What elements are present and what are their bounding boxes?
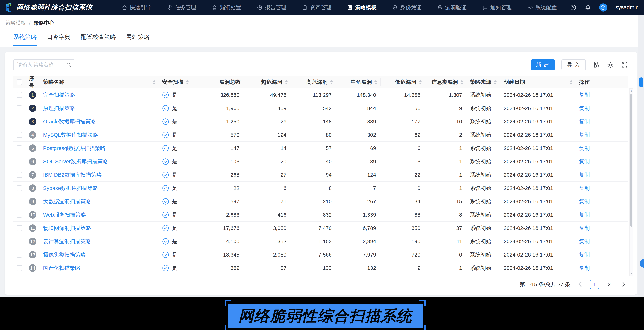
table-row[interactable]: 5 Postgresql数据库扫描策略 是 147 14 57 69 6 1 系… [13, 142, 628, 155]
copy-action-link[interactable]: 复制 [579, 251, 590, 258]
sort-icon[interactable] [285, 80, 288, 84]
col-created-date[interactable]: 创建日期 [500, 78, 576, 86]
table-row[interactable]: 6 SQL Server数据库扫描策略 是 103 20 40 39 3 1 系… [13, 155, 628, 168]
floating-button[interactable] [640, 259, 644, 268]
policy-name-link[interactable]: MySQL数据库扫描策略 [43, 131, 98, 139]
fullscreen-icon[interactable] [621, 61, 628, 68]
import-button[interactable]: 导 入 [562, 60, 586, 70]
menu-item-report-mgmt[interactable]: 报告管理 [257, 4, 286, 11]
copy-action-link[interactable]: 复制 [579, 171, 590, 178]
table-scrollbar[interactable] [630, 88, 633, 276]
sort-icon[interactable] [570, 80, 572, 84]
table-row[interactable]: 2 原理扫描策略 是 1,960 409 542 844 156 9 系统初始 … [13, 102, 628, 115]
copy-action-link[interactable]: 复制 [579, 184, 590, 192]
table-row[interactable]: 9 大数据漏洞扫描策略 是 597 71 210 267 34 15 系统初始 … [13, 195, 628, 208]
sort-icon[interactable] [419, 80, 422, 84]
col-low-vulns[interactable]: 低危漏洞 [381, 78, 425, 86]
row-checkbox[interactable] [16, 146, 22, 151]
sort-icon[interactable] [330, 80, 333, 84]
policy-name-link[interactable]: Web服务扫描策略 [43, 211, 86, 218]
menu-item-notify-mgmt[interactable]: 通知管理 [482, 4, 512, 11]
next-page-button[interactable] [619, 280, 628, 289]
help-icon[interactable] [570, 4, 576, 11]
policy-name-link[interactable]: 完全扫描策略 [43, 92, 75, 99]
bell-icon[interactable] [584, 4, 591, 11]
menu-item-asset-mgmt[interactable]: 资产管理 [302, 4, 331, 11]
row-checkbox[interactable] [16, 252, 22, 258]
policy-name-link[interactable]: 原理扫描策略 [43, 105, 75, 112]
col-security-scan[interactable]: 安全扫描 [159, 78, 198, 86]
menu-item-vuln-handle[interactable]: 漏洞处置 [212, 4, 241, 11]
copy-action-link[interactable]: 复制 [579, 224, 590, 232]
copy-action-link[interactable]: 复制 [579, 105, 590, 112]
table-row[interactable]: 12 云计算漏洞扫描策略 是 4,100 352 1,153 2,394 190… [13, 235, 628, 248]
copy-action-link[interactable]: 复制 [579, 92, 590, 99]
table-row[interactable]: 3 Oracle数据库扫描策略 是 1,250 26 148 889 177 1… [13, 115, 628, 128]
policy-name-link[interactable]: 大数据漏洞扫描策略 [43, 198, 91, 205]
page-scrollbar[interactable] [638, 15, 644, 297]
copy-action-link[interactable]: 复制 [579, 238, 590, 245]
copy-action-link[interactable]: 复制 [579, 198, 590, 205]
tab-config-check-policy[interactable]: 配置核查策略 [81, 33, 116, 46]
search-button[interactable] [63, 59, 74, 70]
copy-action-link[interactable]: 复制 [579, 131, 590, 139]
copy-action-link[interactable]: 复制 [579, 158, 590, 165]
sort-icon[interactable] [152, 80, 156, 84]
col-medium-vulns[interactable]: 中危漏洞 [336, 78, 381, 86]
menu-item-quick-guide[interactable]: 快速引导 [122, 4, 151, 11]
table-scrollbar-thumb[interactable] [630, 94, 632, 227]
menu-item-vuln-verify[interactable]: 漏洞验证 [437, 4, 466, 11]
tab-website-policy[interactable]: 网站策略 [126, 33, 150, 46]
row-checkbox[interactable] [16, 119, 22, 124]
policy-name-link[interactable]: 摄像头类扫描策略 [43, 251, 86, 258]
avatar[interactable] [599, 3, 607, 12]
col-policy-source[interactable]: 策略来源 [467, 78, 500, 86]
row-checkbox[interactable] [16, 132, 22, 138]
tab-password-dict[interactable]: 口令字典 [47, 33, 70, 46]
row-checkbox[interactable] [16, 225, 22, 231]
menu-item-system-config[interactable]: 系统配置 [527, 4, 557, 11]
table-row[interactable]: 4 MySQL数据库扫描策略 是 570 124 80 302 62 2 系统初… [13, 128, 628, 142]
menu-item-policy-template[interactable]: 策略模板 [347, 4, 376, 11]
col-high-vulns[interactable]: 高危漏洞 [291, 78, 336, 86]
settings-icon[interactable] [607, 61, 614, 68]
prev-page-button[interactable] [576, 280, 585, 289]
username[interactable]: sysadmin [616, 4, 639, 11]
row-checkbox[interactable] [16, 212, 22, 218]
export-report-icon[interactable] [592, 61, 600, 68]
policy-name-link[interactable]: SQL Server数据库扫描策略 [43, 158, 108, 165]
sort-icon[interactable] [494, 80, 496, 84]
row-checkbox[interactable] [16, 159, 22, 164]
policy-name-link[interactable]: Sybase数据库扫描策略 [43, 184, 98, 192]
page-scrollbar-thumb[interactable] [639, 78, 643, 87]
table-row[interactable]: 10 Web服务扫描策略 是 2,683 416 832 1,339 88 8 … [13, 208, 628, 222]
sort-icon[interactable] [374, 80, 377, 84]
row-checkbox[interactable] [16, 185, 22, 191]
table-row[interactable]: 14 国产化扫描策略 是 362 87 133 132 9 1 系统初始 202… [13, 262, 628, 275]
table-row[interactable]: 7 IBM DB2数据库扫描策略 是 268 27 94 124 22 1 系统… [13, 168, 628, 182]
table-row[interactable]: 11 物联网漏洞扫描策略 是 17,676 3,030 7,470 6,789 … [13, 222, 628, 235]
copy-action-link[interactable]: 复制 [579, 118, 590, 125]
table-row[interactable]: 8 Sybase数据库扫描策略 是 22 6 8 7 0 1 系统初始 2024… [13, 182, 628, 195]
policy-name-link[interactable]: 云计算漏洞扫描策略 [43, 238, 91, 245]
copy-action-link[interactable]: 复制 [579, 145, 590, 152]
row-checkbox[interactable] [16, 265, 22, 271]
row-checkbox[interactable] [16, 172, 22, 178]
policy-name-link[interactable]: 国产化扫描策略 [43, 264, 80, 272]
tab-system-policy[interactable]: 系统策略 [13, 33, 37, 46]
page-button-2[interactable]: 2 [604, 280, 614, 289]
sort-icon[interactable] [460, 80, 463, 84]
row-checkbox[interactable] [16, 92, 22, 98]
menu-item-credentials[interactable]: 身份凭证 [392, 4, 422, 11]
copy-action-link[interactable]: 复制 [579, 264, 590, 272]
col-info-vulns[interactable]: 信息类漏洞 [425, 78, 467, 86]
row-checkbox[interactable] [16, 106, 22, 111]
policy-name-link[interactable]: 物联网漏洞扫描策略 [43, 224, 91, 232]
table-row[interactable]: 1 完全扫描策略 是 326,680 49,478 113,297 148,34… [13, 88, 628, 102]
policy-name-link[interactable]: Postgresql数据库扫描策略 [43, 145, 106, 152]
policy-name-link[interactable]: IBM DB2数据库扫描策略 [43, 171, 102, 178]
col-policy-name[interactable]: 策略名称 [40, 78, 159, 86]
sort-icon[interactable] [186, 80, 189, 84]
page-button-1[interactable]: 1 [590, 280, 599, 289]
col-critical-vulns[interactable]: 超危漏洞 [244, 78, 291, 86]
